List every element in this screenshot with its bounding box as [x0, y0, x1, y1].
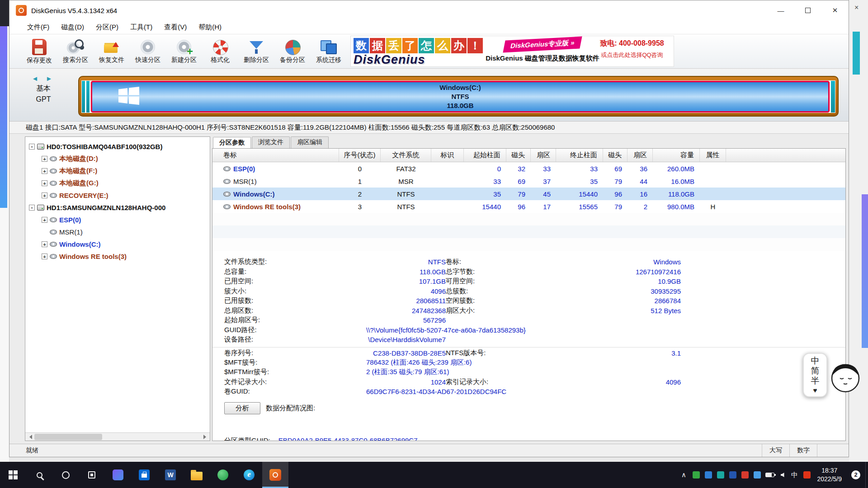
column-header[interactable]: 终止柱面 — [556, 149, 603, 162]
tree-item-local-g[interactable]: +本地磁盘(G:) — [25, 177, 210, 189]
expand-icon[interactable]: + — [42, 217, 47, 223]
lightblue-tray-icon[interactable] — [753, 462, 761, 488]
tab-partition-params[interactable]: 分区参数 — [213, 137, 251, 149]
menu-item-file[interactable]: 文件(F) — [21, 22, 55, 33]
system-migration-button[interactable]: 系统迁移 — [311, 34, 347, 68]
file-explorer-button[interactable] — [184, 462, 210, 488]
recovery-partition-segment[interactable] — [831, 81, 835, 113]
start-button[interactable] — [0, 462, 26, 488]
backup-partition-button[interactable]: 备份分区 — [274, 34, 311, 68]
windows-c-partition-segment[interactable]: Windows(C:) NTFS 118.0GB — [91, 81, 830, 113]
analyze-button[interactable]: 分析 — [224, 402, 260, 414]
column-header[interactable]: 属性 — [700, 149, 726, 162]
tab-browse-files[interactable]: 浏览文件 — [252, 136, 290, 148]
ime-widget-box[interactable]: 中简半♥ — [803, 353, 827, 397]
ad-headline: 数据丢了怎么办！ — [354, 38, 495, 53]
expand-icon[interactable]: + — [42, 168, 47, 174]
column-header[interactable]: 标识 — [431, 149, 464, 162]
column-header[interactable]: 文件系统 — [381, 149, 431, 162]
minimize-button[interactable]: — — [767, 0, 794, 20]
collapse-icon[interactable]: - — [29, 144, 35, 150]
menu-item-disk[interactable]: 磁盘(D) — [55, 22, 90, 33]
scroll-right-icon[interactable] — [202, 433, 210, 441]
red-app-tray-icon[interactable] — [803, 462, 811, 488]
menu-item-help[interactable]: 帮助(H) — [193, 22, 227, 33]
column-header[interactable]: 起始柱面 — [464, 149, 506, 162]
search-partition-button[interactable]: 搜索分区 — [57, 34, 94, 68]
msr-partition-segment[interactable] — [86, 81, 90, 113]
partition-row-re-tools[interactable]: Windows RE tools(3)3NTFS1544096171556579… — [212, 200, 845, 213]
column-header[interactable]: 磁头 — [603, 149, 627, 162]
partition-row-windows-c[interactable]: Windows(C:)2NTFS357945154409616118.0GB — [212, 188, 845, 200]
show-desktop-button[interactable] — [865, 462, 868, 488]
quick-partition-button[interactable]: 快速分区 — [130, 34, 166, 68]
column-header[interactable]: 磁头 — [506, 149, 531, 162]
next-disk-arrow-icon[interactable]: ► — [46, 75, 55, 82]
teal-tray-icon[interactable] — [717, 462, 725, 488]
green-tray-icon[interactable] — [692, 462, 700, 488]
blue-tray-icon[interactable] — [704, 462, 712, 488]
tree-item-hd1[interactable]: -HD1:SAMSUNGMZNLN128HAHQ-000 — [25, 202, 210, 214]
expand-icon[interactable]: + — [42, 156, 47, 162]
delete-partition-button[interactable]: 删除分区 — [238, 34, 274, 68]
tree-item-local-d[interactable]: +本地磁盘(D:) — [25, 153, 210, 165]
tab-sector-edit[interactable]: 扇区编辑 — [291, 136, 329, 148]
expand-icon[interactable]: + — [42, 253, 47, 259]
tree-item-esp[interactable]: +ESP(0) — [25, 214, 210, 226]
tree-item-re-tools[interactable]: +Windows RE tools(3) — [25, 250, 210, 263]
red-tray-icon[interactable] — [741, 462, 749, 488]
tree-item-recovery-e[interactable]: +RECOVERY(E:) — [25, 189, 210, 202]
store-button[interactable] — [131, 462, 157, 488]
column-header[interactable]: 序号(状态) — [339, 149, 381, 162]
battery-icon[interactable] — [765, 462, 774, 488]
word-button[interactable] — [157, 462, 184, 488]
prev-disk-arrow-icon[interactable]: ◄ — [32, 75, 41, 82]
navy-tray-icon[interactable] — [729, 462, 737, 488]
menu-item-view[interactable]: 查看(V) — [158, 22, 193, 33]
menu-item-partition[interactable]: 分区(P) — [90, 22, 124, 33]
column-header[interactable]: 扇区 — [627, 149, 653, 162]
column-header[interactable]: 卷标 — [212, 149, 339, 162]
partition-row-esp[interactable]: ESP(0)0FAT3203233336936260.0MB — [212, 162, 845, 175]
recover-files-button[interactable]: 恢复文件 — [94, 34, 130, 68]
maximize-button[interactable] — [794, 0, 821, 20]
scroll-left-icon[interactable] — [25, 433, 33, 441]
title-bar[interactable]: DiskGenius V5.4.3.1342 x64 — ✕ — [9, 0, 849, 20]
pinned-app-purple[interactable] — [105, 462, 131, 488]
save-changes-button[interactable]: 保存更改 — [21, 34, 57, 68]
ime-floating-widget[interactable]: 中简半♥ — [803, 353, 862, 397]
pinned-app-green[interactable] — [210, 462, 236, 488]
ad-banner[interactable]: 数据丢了怎么办！ DiskGenius DiskGenius专业版 » Disk… — [350, 36, 674, 67]
column-header[interactable]: 扇区 — [531, 149, 556, 162]
scrollbar-thumb[interactable] — [34, 434, 102, 440]
edge-button[interactable] — [236, 462, 262, 488]
tree-item-windows-c[interactable]: +Windows(C:) — [25, 238, 210, 250]
esp-partition-segment[interactable] — [82, 81, 85, 113]
tree-item-local-f[interactable]: +本地磁盘(F:) — [25, 165, 210, 177]
action-center-button[interactable]: 2 — [846, 462, 865, 488]
toolbar-button-label: 保存更改 — [27, 56, 52, 65]
search-button[interactable] — [26, 462, 52, 488]
taskbar-clock[interactable]: 18:37 2022/5/9 — [813, 466, 847, 483]
tree-item-hd0[interactable]: -HD0:TOSHIBAMQ04ABF100(932GB) — [25, 141, 210, 153]
task-view-button[interactable] — [79, 462, 105, 488]
tree-item-msr[interactable]: MSR(1) — [25, 226, 210, 238]
menu-item-tools[interactable]: 工具(T) — [124, 22, 158, 33]
expand-icon[interactable]: + — [42, 180, 47, 186]
ad-qq-link[interactable]: 或点击此处选择QQ咨询 — [590, 51, 674, 59]
column-header[interactable]: 容量 — [653, 149, 700, 162]
new-partition-button[interactable]: 新建分区 — [166, 34, 202, 68]
expand-icon[interactable]: + — [42, 192, 47, 198]
close-button[interactable]: ✕ — [821, 0, 849, 20]
collapse-icon[interactable]: - — [29, 205, 35, 211]
cortana-button[interactable] — [52, 462, 79, 488]
volume-icon[interactable] — [778, 462, 787, 488]
partition-row-msr[interactable]: MSR(1)1MSR33693735794416.0MB — [212, 175, 845, 188]
expand-icon[interactable]: + — [42, 241, 47, 247]
ime-indicator[interactable]: 中 — [791, 462, 799, 488]
tree-horizontal-scrollbar[interactable] — [25, 432, 210, 441]
hidden-icons-chevron[interactable]: ∧ — [680, 462, 688, 488]
format-button[interactable]: 格式化 — [202, 34, 238, 68]
table-cell: 2 — [339, 188, 381, 200]
diskgenius-task-button[interactable] — [262, 462, 288, 488]
